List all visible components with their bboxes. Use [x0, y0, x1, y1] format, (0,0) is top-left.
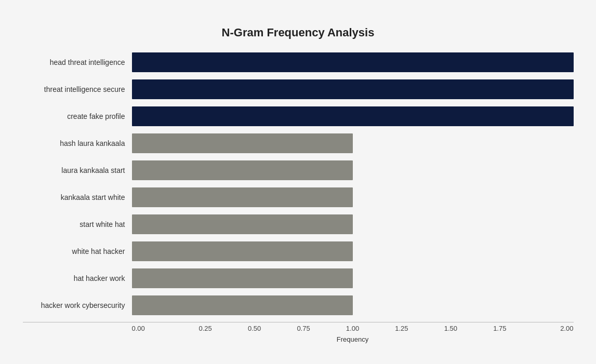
bar-label: create fake profile [23, 112, 129, 120]
bar-fill [132, 160, 353, 180]
chart-container: N-Gram Frequency Analysis head threat in… [12, 16, 584, 348]
x-axis: 0.000.250.500.751.001.251.501.752.00 [23, 322, 574, 332]
x-tick: 0.00 [132, 325, 181, 332]
x-tick: 0.25 [181, 325, 230, 332]
x-tick: 1.75 [475, 325, 524, 332]
x-axis-label: Frequency [23, 335, 574, 343]
bar-label: white hat hacker [23, 247, 129, 255]
bars-wrapper: head threat intelligencethreat intellige… [23, 49, 574, 343]
bar-fill [132, 187, 353, 207]
bar-label: laura kankaala start [23, 166, 129, 174]
bar-label: kankaala start white [23, 193, 129, 201]
bar-label: hat hacker work [23, 274, 129, 282]
x-tick: 0.75 [279, 325, 328, 332]
bar-fill [132, 52, 574, 72]
bar-row: hat hacker work [132, 265, 574, 292]
x-tick: 1.50 [426, 325, 475, 332]
bar-track [132, 52, 574, 72]
bar-track [132, 133, 574, 153]
bar-track [132, 160, 574, 180]
bar-fill [132, 106, 574, 126]
bar-track [132, 295, 574, 315]
x-tick: 0.50 [230, 325, 279, 332]
bar-track [132, 268, 574, 288]
bars-section: head threat intelligencethreat intellige… [23, 49, 574, 319]
bar-label: hacker work cybersecurity [23, 301, 129, 309]
bar-row: start white hat [132, 211, 574, 238]
bar-track [132, 214, 574, 234]
bar-fill [132, 268, 353, 288]
bar-fill [132, 295, 353, 315]
bar-track [132, 106, 574, 126]
bar-fill [132, 214, 353, 234]
bar-track [132, 187, 574, 207]
bar-row: head threat intelligence [132, 49, 574, 76]
bar-track [132, 79, 574, 99]
bar-row: create fake profile [132, 103, 574, 130]
bar-label: threat intelligence secure [23, 85, 129, 93]
x-tick: 1.25 [377, 325, 426, 332]
bar-fill [132, 241, 353, 261]
bar-label: head threat intelligence [23, 58, 129, 66]
bar-row: hacker work cybersecurity [132, 292, 574, 319]
bar-row: hash laura kankaala [132, 130, 574, 157]
bar-row: kankaala start white [132, 184, 574, 211]
bar-row: laura kankaala start [132, 157, 574, 184]
x-tick: 2.00 [524, 325, 573, 332]
bar-row: white hat hacker [132, 238, 574, 265]
bar-track [132, 241, 574, 261]
bar-row: threat intelligence secure [132, 76, 574, 103]
bar-label: hash laura kankaala [23, 139, 129, 147]
chart-title: N-Gram Frequency Analysis [23, 26, 574, 39]
x-tick: 1.00 [328, 325, 377, 332]
bar-fill [132, 79, 574, 99]
bar-label: start white hat [23, 220, 129, 228]
bar-fill [132, 133, 353, 153]
